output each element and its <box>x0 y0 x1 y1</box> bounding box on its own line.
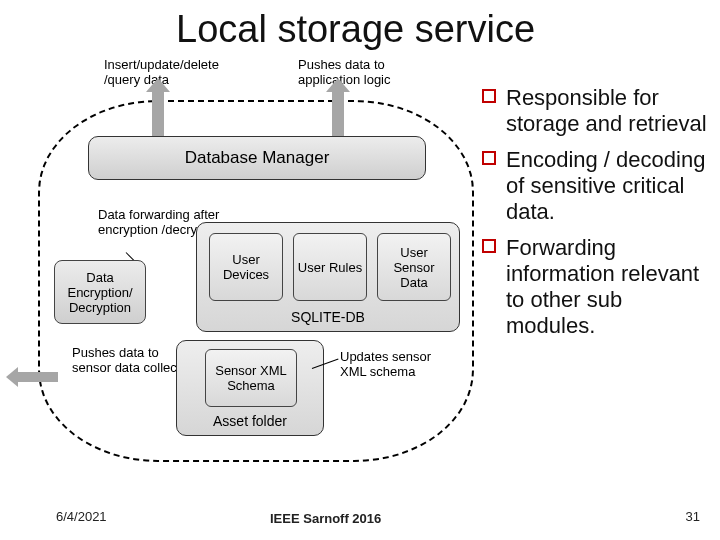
asset-label: Asset folder <box>177 413 323 429</box>
bullet-item: Responsible for storage and retrieval <box>482 85 712 137</box>
annotation-push-app: Pushes data to application logic <box>298 58 408 88</box>
sqlite-item-user-sensor-data: User Sensor Data <box>377 233 451 301</box>
annotation-push-sdc: Pushes data to sensor data collector <box>72 346 192 376</box>
bullet-square-icon <box>482 89 496 103</box>
footer-page-number: 31 <box>686 509 700 524</box>
sqlite-label: SQLITE-DB <box>197 309 459 325</box>
page-title: Local storage service <box>176 8 535 51</box>
arrow-left-icon <box>18 372 58 382</box>
block-database-manager: Database Manager <box>88 136 426 180</box>
bullet-item: Encoding / decoding of sensitive critica… <box>482 147 712 225</box>
arrow-up-icon <box>332 90 344 136</box>
annotation-updates-schema: Updates sensor XML schema <box>340 350 455 380</box>
bullet-text: Encoding / decoding of sensitive critica… <box>506 147 705 224</box>
block-encryption: Data Encryption/ Decryption <box>54 260 146 324</box>
block-asset-folder: Sensor XML Schema Asset folder <box>176 340 324 436</box>
sqlite-item-user-rules: User Rules <box>293 233 367 301</box>
footer-conference: IEEE Sarnoff 2016 <box>270 511 381 526</box>
footer-conference-text: IEEE Sarnoff 2016 <box>270 511 381 526</box>
bullet-text: Responsible for storage and retrieval <box>506 85 707 136</box>
bullet-text: Forwarding information relevant to other… <box>506 235 699 338</box>
bullet-item: Forwarding information relevant to other… <box>482 235 712 339</box>
bullet-square-icon <box>482 239 496 253</box>
sqlite-item-user-devices: User Devices <box>209 233 283 301</box>
block-sqlite-db: User Devices User Rules User Sensor Data… <box>196 222 460 332</box>
arrow-up-icon <box>152 90 164 136</box>
asset-item-sensor-xml-schema: Sensor XML Schema <box>205 349 297 407</box>
bullet-square-icon <box>482 151 496 165</box>
bullet-list: Responsible for storage and retrieval En… <box>482 85 712 349</box>
footer-date: 6/4/2021 <box>56 509 107 524</box>
